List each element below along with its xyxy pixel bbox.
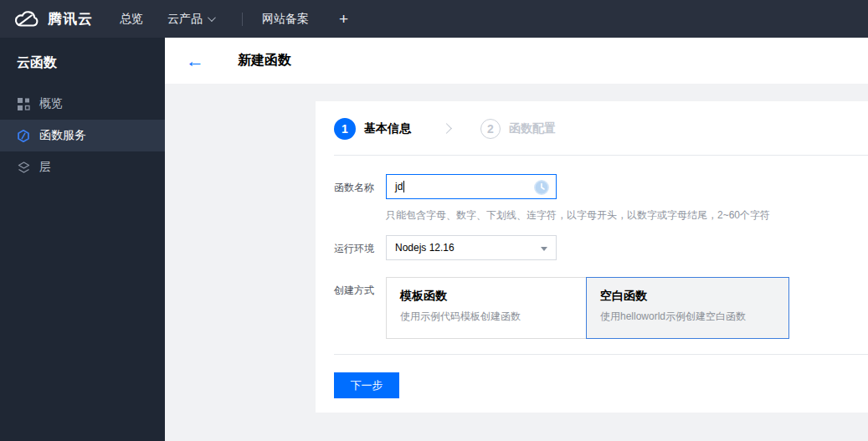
step-indicator: 1 基本信息 2 函数配置 — [316, 101, 556, 156]
create-function-card: 1 基本信息 2 函数配置 函数名称 jd — [316, 101, 868, 413]
next-step-button[interactable]: 下一步 — [334, 372, 399, 398]
runtime-select[interactable]: Nodejs 12.16 — [386, 235, 557, 260]
top-navbar: 腾讯云 总览 云产品 网站备案 + — [0, 0, 868, 38]
chevron-down-icon — [208, 13, 216, 22]
divider — [334, 354, 868, 355]
add-tab-button[interactable]: + — [339, 10, 348, 28]
step-2-circle: 2 — [480, 119, 501, 139]
function-service-icon — [17, 129, 30, 142]
sidebar-title: 云函数 — [0, 38, 165, 88]
grid-icon — [17, 97, 30, 110]
option-template-function-title: 模板函数 — [400, 289, 586, 304]
nav-item-icp-record[interactable]: 网站备案 — [259, 12, 311, 27]
creation-method-label: 创建方式 — [334, 284, 374, 298]
divider — [334, 155, 868, 156]
runtime-select-value: Nodejs 12.16 — [395, 242, 455, 254]
clock-icon — [533, 179, 550, 198]
nav-item-cloud-products[interactable]: 云产品 — [165, 12, 216, 27]
step-function-config: 2 函数配置 — [480, 119, 556, 139]
sidebar-item-function-service[interactable]: 函数服务 — [0, 120, 165, 151]
text-cursor — [403, 181, 404, 192]
sidebar-item-function-service-label: 函数服务 — [39, 128, 86, 143]
content-area: 1 基本信息 2 函数配置 函数名称 jd — [165, 84, 868, 441]
function-name-input[interactable]: jd — [386, 174, 557, 199]
sidebar-item-overview-label: 概览 — [39, 96, 63, 111]
option-template-function[interactable]: 模板函数 使用示例代码模板创建函数 — [386, 277, 587, 339]
brand[interactable]: 腾讯云 — [0, 9, 117, 28]
nav-divider — [242, 13, 243, 26]
function-name-hint: 只能包含字母、数字、下划线、连字符，以字母开头，以数字或字母结尾，2~60个字符 — [386, 208, 770, 223]
brand-name: 腾讯云 — [48, 9, 93, 28]
function-name-value: jd — [395, 181, 403, 192]
nav-item-overview[interactable]: 总览 — [117, 12, 146, 27]
layers-icon — [17, 161, 30, 174]
nav-item-overview-label: 总览 — [120, 12, 143, 27]
step-separator-chevron-icon — [441, 123, 452, 134]
option-blank-function-title: 空白函数 — [600, 289, 788, 304]
nav-item-icp-record-label: 网站备案 — [262, 12, 309, 27]
page-header: ← 新建函数 — [165, 38, 868, 84]
caret-down-icon — [541, 247, 547, 251]
tencent-cloud-logo-icon — [13, 9, 39, 28]
option-template-function-desc: 使用示例代码模板创建函数 — [400, 310, 586, 324]
sidebar-item-layers-label: 层 — [39, 160, 51, 175]
page-title: 新建函数 — [238, 52, 291, 69]
creation-method-options: 模板函数 使用示例代码模板创建函数 空白函数 使用helloworld示例创建空… — [386, 277, 789, 339]
option-blank-function-desc: 使用helloworld示例创建空白函数 — [600, 310, 788, 324]
step-1-circle: 1 — [334, 118, 356, 140]
runtime-label: 运行环境 — [334, 242, 374, 256]
option-blank-function[interactable]: 空白函数 使用helloworld示例创建空白函数 — [586, 277, 789, 339]
function-name-label: 函数名称 — [334, 181, 374, 195]
nav-item-cloud-products-label: 云产品 — [167, 12, 203, 27]
sidebar-item-layers[interactable]: 层 — [0, 151, 165, 183]
step-basic-info: 1 基本信息 — [334, 118, 411, 140]
sidebar-item-overview[interactable]: 概览 — [0, 88, 165, 120]
sidebar: 云函数 概览 函数服务 层 — [0, 38, 165, 441]
step-1-label: 基本信息 — [364, 121, 411, 136]
back-arrow-icon[interactable]: ← — [186, 52, 204, 70]
step-2-label: 函数配置 — [509, 121, 556, 136]
